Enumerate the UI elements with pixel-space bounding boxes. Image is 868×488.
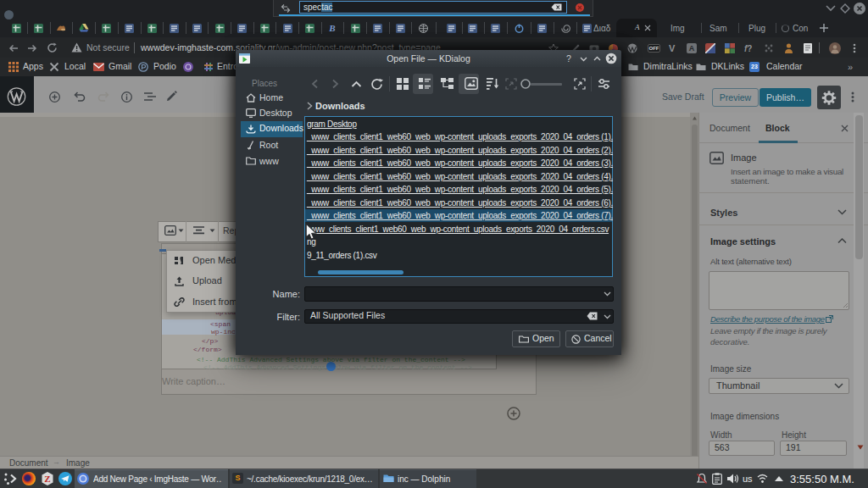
svg-text:Z: Z: [44, 474, 50, 484]
